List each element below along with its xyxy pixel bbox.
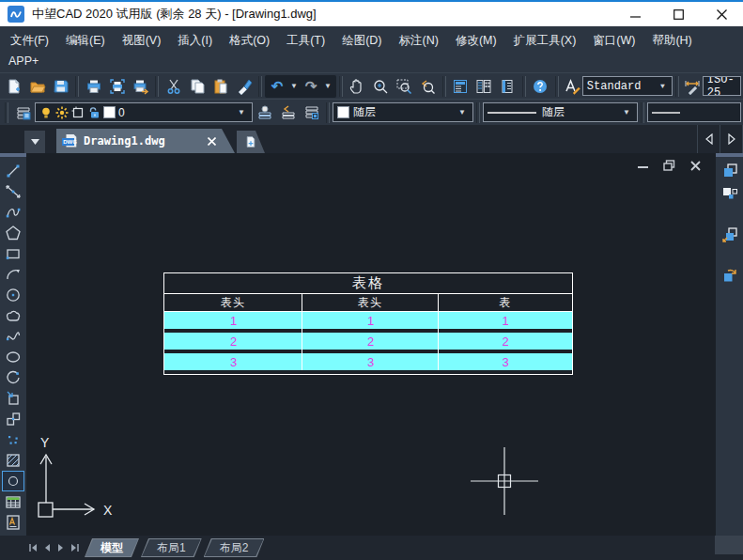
close-icon[interactable]: [700, 2, 743, 26]
redo-icon[interactable]: ↷: [301, 75, 321, 98]
layer-states-icon[interactable]: [300, 101, 323, 124]
tab-list-icon[interactable]: [24, 131, 45, 153]
text-style-select[interactable]: Standard ▼: [582, 76, 673, 96]
cut-icon[interactable]: [162, 75, 185, 98]
design-center-icon[interactable]: [472, 75, 496, 98]
menu-draw[interactable]: 绘图(D): [333, 31, 390, 51]
point-icon[interactable]: [2, 429, 24, 450]
text-style-dropdown-icon[interactable]: ▼: [658, 82, 668, 90]
layer-dropdown-icon[interactable]: ▼: [235, 108, 248, 117]
toolbar-grip[interactable]: [716, 153, 743, 157]
bulb-on-icon[interactable]: [39, 106, 53, 119]
paste-block-icon[interactable]: [719, 184, 741, 205]
ellipse-icon[interactable]: [2, 347, 24, 367]
undo-icon[interactable]: ↶: [267, 75, 287, 98]
document-tab-drawing1[interactable]: DWG Drawing1.dwg: [56, 129, 235, 153]
line-icon[interactable]: [2, 161, 24, 181]
toolbar-grip[interactable]: [0, 153, 26, 157]
spline-icon[interactable]: [2, 326, 24, 347]
match-properties-icon[interactable]: [232, 75, 255, 98]
menu-format[interactable]: 格式(O): [221, 31, 278, 51]
layer-select[interactable]: 0 ▼: [35, 102, 253, 122]
doc-restore-icon[interactable]: [661, 159, 676, 172]
text-style-icon[interactable]: [562, 75, 582, 98]
dimension-style-icon[interactable]: [682, 75, 703, 98]
redo-dropdown-icon[interactable]: ▼: [321, 82, 334, 90]
unlock-icon[interactable]: [87, 106, 101, 119]
circle-icon[interactable]: [2, 285, 24, 305]
menu-window[interactable]: 窗口(W): [584, 31, 643, 51]
cad-table[interactable]: 表格 表头 表头 表 1 1 1 2 2 2: [163, 272, 573, 375]
drawing-canvas[interactable]: 表格 表头 表头 表 1 1 1 2 2 2: [26, 153, 716, 536]
dim-style-select[interactable]: ISO-25: [703, 76, 741, 96]
tab-scroll-left-icon[interactable]: [698, 125, 720, 153]
construction-line-icon[interactable]: [2, 181, 24, 202]
tab-model[interactable]: 模型: [85, 539, 138, 556]
last-tab-icon[interactable]: [69, 540, 82, 555]
menu-insert[interactable]: 插入(I): [169, 31, 221, 51]
minimize-icon[interactable]: [613, 2, 657, 26]
insert-block-icon[interactable]: [2, 388, 24, 409]
help-icon[interactable]: [529, 75, 552, 98]
menu-file[interactable]: 文件(F): [2, 31, 57, 51]
next-tab-icon[interactable]: [54, 540, 68, 555]
zoom-window-icon[interactable]: [393, 75, 416, 98]
polygon-icon[interactable]: [2, 223, 24, 243]
lineweight-select[interactable]: [647, 102, 741, 122]
color-select[interactable]: 随层 ▼: [333, 102, 473, 122]
paste-icon[interactable]: [209, 75, 232, 98]
tab-scroll-right-icon[interactable]: [720, 125, 743, 153]
arc-icon[interactable]: [2, 264, 24, 285]
maximize-icon[interactable]: [657, 2, 700, 26]
menu-modify[interactable]: 修改(M): [447, 31, 505, 51]
rectangle-icon[interactable]: [2, 243, 24, 264]
layer-previous-icon[interactable]: [276, 101, 300, 124]
menu-view[interactable]: 视图(V): [114, 31, 170, 51]
menu-edit[interactable]: 编辑(E): [57, 31, 114, 51]
table-icon[interactable]: [2, 491, 24, 512]
properties-palette-icon[interactable]: [449, 75, 472, 98]
layer-properties-icon[interactable]: [11, 101, 35, 124]
make-layer-current-icon[interactable]: [253, 101, 276, 124]
save-icon[interactable]: [49, 75, 72, 98]
menu-express-tools[interactable]: 扩展工具(X): [505, 31, 585, 51]
color-dropdown-icon[interactable]: ▼: [456, 108, 469, 117]
plot-preview-icon[interactable]: [105, 75, 129, 98]
plot-export-icon[interactable]: [129, 75, 152, 98]
ellipse-arc-icon[interactable]: [2, 367, 24, 388]
prev-tab-icon[interactable]: [40, 540, 54, 555]
copy-clip-icon[interactable]: [719, 161, 741, 181]
menu-app-plus[interactable]: APP+: [0, 54, 743, 70]
new-tab-icon[interactable]: [237, 131, 265, 153]
rotate-view-icon[interactable]: [719, 265, 741, 286]
tab-layout2[interactable]: 布局2: [205, 539, 264, 556]
zoom-previous-icon[interactable]: [416, 75, 440, 98]
hatch-icon[interactable]: [2, 450, 24, 471]
menu-help[interactable]: 帮助(H): [643, 31, 700, 51]
thaw-icon[interactable]: [55, 106, 69, 119]
zoom-realtime-icon[interactable]: [369, 75, 393, 98]
close-tab-icon[interactable]: [208, 137, 216, 146]
pan-icon[interactable]: [346, 75, 369, 98]
linetype-dropdown-icon[interactable]: ▼: [620, 108, 633, 117]
tool-palettes-icon[interactable]: [496, 75, 519, 98]
move-view-icon[interactable]: [719, 225, 741, 245]
viewport-icon[interactable]: [71, 106, 85, 119]
copy-icon[interactable]: [185, 75, 209, 98]
first-tab-icon[interactable]: [26, 540, 39, 555]
menu-tools[interactable]: 工具(T): [278, 31, 333, 51]
doc-minimize-icon[interactable]: [635, 159, 650, 172]
linetype-select[interactable]: 随层 ▼: [483, 102, 638, 122]
polyline-icon[interactable]: [2, 202, 24, 223]
plot-icon[interactable]: [82, 75, 105, 98]
tab-layout1[interactable]: 布局1: [142, 539, 201, 556]
revision-cloud-icon[interactable]: [2, 305, 24, 326]
undo-dropdown-icon[interactable]: ▼: [287, 82, 301, 90]
new-file-icon[interactable]: [2, 75, 25, 98]
make-block-icon[interactable]: [2, 409, 24, 429]
doc-close-icon[interactable]: [688, 159, 703, 172]
region-icon[interactable]: [2, 471, 24, 491]
menu-dimension[interactable]: 标注(N): [391, 31, 447, 51]
mtext-icon[interactable]: [2, 512, 24, 533]
open-file-icon[interactable]: [25, 75, 49, 98]
